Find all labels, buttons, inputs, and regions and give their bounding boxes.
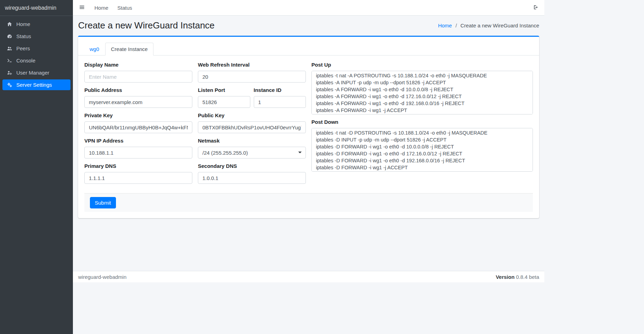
sidebar-item-status[interactable]: Status <box>2 31 70 42</box>
primary-dns-label: Primary DNS <box>84 163 192 169</box>
sidebar: wireguard-webadmin Home Status Peers Con… <box>0 0 73 334</box>
footer-version-value: 0.8.4 beta <box>516 274 539 280</box>
secondary-dns-input[interactable] <box>198 172 306 184</box>
netmask-select[interactable]: /24 (255.255.255.0) <box>198 147 306 159</box>
navbar-link-status[interactable]: Status <box>117 5 132 11</box>
listen-port-input[interactable] <box>198 96 250 108</box>
public-address-input[interactable] <box>84 96 192 108</box>
public-key-input[interactable] <box>198 121 306 133</box>
sidebar-menu: Home Status Peers Console User Manager <box>0 16 73 94</box>
logout-button[interactable] <box>533 5 539 11</box>
sidebar-toggle-button[interactable] <box>78 4 85 12</box>
home-icon <box>6 22 13 27</box>
sidebar-item-user-manager[interactable]: User Manager <box>2 67 70 78</box>
peers-icon <box>6 46 13 51</box>
footer-version-label: Version <box>496 274 515 280</box>
sidebar-item-console[interactable]: Console <box>2 55 70 66</box>
sidebar-item-label: Server Settings <box>16 82 52 88</box>
console-icon <box>6 58 13 63</box>
post-down-textarea[interactable]: iptables -t nat -D POSTROUTING -s 10.188… <box>311 128 533 172</box>
display-name-label: Display Name <box>84 62 192 68</box>
private-key-input[interactable] <box>84 121 192 133</box>
card-body: Display Name Public Address Private Key <box>78 55 539 218</box>
breadcrumb: Home / Create a new WireGuard Instance <box>438 23 539 28</box>
navbar-link-home[interactable]: Home <box>94 5 108 11</box>
web-refresh-interval-input[interactable] <box>198 71 306 83</box>
secondary-dns-label: Secondary DNS <box>198 163 306 169</box>
form-footer: Submit <box>84 193 533 212</box>
sidebar-item-label: Status <box>16 33 31 39</box>
server-settings-icon <box>6 82 13 87</box>
sidebar-item-label: Home <box>16 21 30 27</box>
page-title: Create a new WireGuard Instance <box>78 20 215 31</box>
content-header: Create a new WireGuard Instance Home / C… <box>73 20 544 31</box>
sidebar-item-server-settings[interactable]: Server Settings <box>2 79 70 90</box>
netmask-label: Netmask <box>198 138 306 144</box>
content-wrapper: Create a new WireGuard Instance Home / C… <box>73 16 544 271</box>
netmask-select-wrap: /24 (255.255.255.0) <box>198 147 306 159</box>
breadcrumb-home-link[interactable]: Home <box>438 23 452 28</box>
page-footer: wireguard-webadmin Version 0.8.4 beta <box>73 271 544 282</box>
tab-wg0[interactable]: wg0 <box>84 43 105 55</box>
post-down-label: Post Down <box>311 119 533 125</box>
tab-create-instance[interactable]: Create Instance <box>105 43 154 55</box>
sidebar-item-peers[interactable]: Peers <box>2 43 70 54</box>
instance-id-label: Instance ID <box>254 87 306 93</box>
primary-dns-input[interactable] <box>84 172 192 184</box>
post-up-label: Post Up <box>311 62 533 68</box>
hamburger-icon <box>79 5 85 11</box>
user-manager-icon <box>6 70 13 75</box>
card-tabs-header: wg0 Create Instance <box>78 37 539 55</box>
status-icon <box>6 34 13 39</box>
vpn-ip-label: VPN IP Address <box>84 138 192 144</box>
sidebar-item-label: Console <box>16 58 35 63</box>
instance-id-input[interactable] <box>254 96 306 108</box>
top-navbar: Home Status <box>73 0 544 16</box>
footer-version: Version 0.8.4 beta <box>496 274 539 280</box>
private-key-label: Private Key <box>84 112 192 119</box>
sidebar-item-home[interactable]: Home <box>2 19 70 29</box>
create-instance-card: wg0 Create Instance Display Name Public … <box>78 36 539 218</box>
main-area: Home Status Create a new WireGuard Insta… <box>73 0 544 282</box>
submit-button[interactable]: Submit <box>90 197 116 208</box>
app-brand[interactable]: wireguard-webadmin <box>0 0 73 16</box>
public-address-label: Public Address <box>84 87 192 93</box>
footer-app-name: wireguard-webadmin <box>78 274 126 280</box>
breadcrumb-current: Create a new WireGuard Instance <box>460 23 539 28</box>
web-refresh-interval-label: Web Refresh Interval <box>198 62 306 68</box>
vpn-ip-input[interactable] <box>84 147 192 159</box>
public-key-label: Public Key <box>198 112 306 119</box>
tab-item: wg0 <box>84 43 105 55</box>
display-name-input[interactable] <box>84 71 192 83</box>
sidebar-item-label: Peers <box>16 45 30 51</box>
breadcrumb-separator: / <box>455 23 457 28</box>
sidebar-item-label: User Manager <box>16 70 49 76</box>
tab-item: Create Instance <box>105 43 154 55</box>
sign-out-icon <box>533 5 539 11</box>
listen-port-label: Listen Port <box>198 87 250 93</box>
post-up-textarea[interactable]: iptables -t nat -A POSTROUTING -s 10.188… <box>311 71 533 114</box>
instance-tabs: wg0 Create Instance <box>84 43 534 55</box>
